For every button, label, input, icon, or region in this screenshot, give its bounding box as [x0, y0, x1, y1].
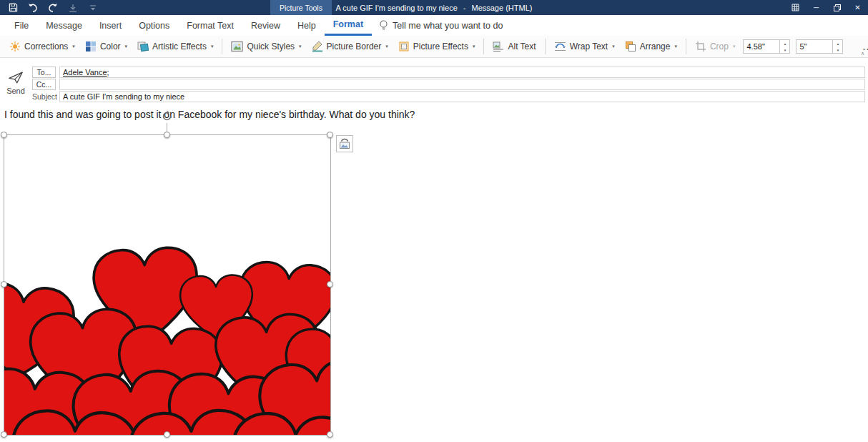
width-decrease-button[interactable]: ▾	[833, 46, 842, 53]
tell-me-label: Tell me what you want to do	[393, 21, 503, 31]
picture-effects-label: Picture Effects	[413, 41, 468, 51]
ribbon-group-separator	[545, 39, 546, 54]
window-title-doctype: Message (HTML)	[471, 4, 532, 12]
alt-text-button[interactable]: Alt Text	[488, 37, 541, 56]
tab-options[interactable]: Options	[130, 15, 178, 36]
picture-tools-context-tab[interactable]: Picture Tools	[270, 0, 332, 15]
cc-button[interactable]: Cc...	[32, 79, 56, 90]
to-field[interactable]: Adele Vance;	[59, 67, 865, 78]
width-increase-button[interactable]: ▴	[833, 40, 842, 46]
window-title: A cute GIF I'm sending to my niece - Mes…	[0, 0, 868, 15]
dropdown-caret-icon: ▾	[211, 44, 214, 49]
cc-field[interactable]	[59, 79, 865, 90]
tab-help[interactable]: Help	[289, 15, 325, 36]
restore-button[interactable]	[827, 0, 847, 15]
color-label: Color	[100, 41, 121, 51]
crop-button[interactable]: Crop ▾	[690, 37, 741, 56]
dropdown-caret-icon: ▾	[125, 44, 128, 49]
lightbulb-icon	[379, 20, 388, 31]
resize-handle-top-right[interactable]	[327, 132, 333, 138]
grid-icon[interactable]	[785, 0, 806, 15]
recipient-chip[interactable]: Adele Vance	[63, 68, 107, 77]
outlook-message-window: Picture Tools A cute GIF I'm sending to …	[0, 0, 868, 442]
crop-icon	[695, 41, 706, 52]
resize-handle-bottom-right[interactable]	[327, 431, 333, 438]
tab-format-text[interactable]: Format Text	[178, 15, 242, 36]
picture-border-button[interactable]: Picture Border ▾	[307, 37, 393, 56]
ribbon-group-separator	[222, 39, 222, 54]
minimize-button[interactable]: ─	[806, 0, 827, 15]
corrections-icon	[9, 41, 21, 52]
color-button[interactable]: Color ▾	[80, 37, 132, 56]
window-controls: ─ ✕	[785, 0, 868, 15]
wrap-text-label: Wrap Text	[570, 41, 608, 51]
subject-label: Subject	[32, 92, 56, 101]
picture-effects-icon	[398, 41, 410, 52]
dropdown-caret-icon: ▾	[473, 44, 475, 49]
tab-format[interactable]: Format	[325, 15, 372, 36]
quick-styles-button[interactable]: Quick Styles ▾	[226, 37, 306, 56]
to-button[interactable]: To...	[32, 67, 56, 78]
rotate-handle-icon[interactable]	[161, 110, 173, 122]
resize-handle-bottom-left[interactable]	[1, 431, 7, 438]
corrections-button[interactable]: Corrections ▾	[4, 37, 80, 56]
save-icon[interactable]	[7, 2, 19, 14]
arrange-label: Arrange	[640, 41, 671, 51]
resize-handle-bottom-middle[interactable]	[164, 431, 170, 438]
collapse-ribbon-icon[interactable]: ∧	[861, 51, 864, 57]
hearts-image[interactable]	[4, 134, 331, 436]
title-bar: Picture Tools A cute GIF I'm sending to …	[0, 0, 868, 15]
quick-styles-label: Quick Styles	[247, 41, 295, 51]
wrap-text-icon	[554, 41, 566, 52]
resize-handle-top-left[interactable]	[1, 132, 7, 138]
shape-height-spinner: 4.58" ▴ ▾	[743, 39, 790, 54]
resize-handle-top-middle[interactable]	[164, 132, 170, 138]
shape-height-spin-buttons: ▴ ▾	[780, 39, 790, 54]
customize-quick-access-icon[interactable]	[87, 2, 99, 14]
artistic-effects-button[interactable]: Artistic Effects ▾	[132, 37, 218, 56]
close-button[interactable]: ✕	[847, 0, 868, 15]
color-icon	[85, 41, 97, 52]
tab-review[interactable]: Review	[242, 15, 289, 36]
send-button[interactable]: Send	[4, 67, 28, 99]
message-body[interactable]: I found this and was going to post it on…	[0, 106, 868, 442]
body-paragraph[interactable]: I found this and was going to post it on…	[4, 109, 415, 120]
picture-effects-button[interactable]: Picture Effects ▾	[393, 37, 480, 56]
wrap-text-button[interactable]: Wrap Text ▾	[549, 37, 620, 56]
touch-mode-icon[interactable]	[67, 2, 79, 14]
tab-file[interactable]: File	[6, 15, 37, 36]
shape-width-input[interactable]: 5"	[796, 39, 833, 54]
dropdown-caret-icon: ▾	[385, 44, 388, 49]
height-decrease-button[interactable]: ▾	[780, 46, 789, 53]
artistic-effects-label: Artistic Effects	[152, 41, 207, 51]
quick-styles-icon	[231, 41, 243, 52]
shape-width-spin-buttons: ▴ ▾	[833, 39, 843, 54]
window-title-separator: -	[463, 4, 466, 12]
shape-height-input[interactable]: 4.58"	[743, 39, 780, 54]
corrections-label: Corrections	[24, 41, 68, 51]
tell-me-box[interactable]: Tell me what you want to do	[379, 15, 503, 36]
quick-access-toolbar	[7, 0, 99, 15]
resize-handle-middle-right[interactable]	[327, 281, 333, 288]
height-increase-button[interactable]: ▴	[780, 40, 789, 46]
hearts-graphic	[4, 135, 330, 435]
alt-text-icon	[493, 41, 504, 52]
layout-options-button[interactable]	[336, 135, 353, 152]
undo-icon[interactable]	[27, 2, 39, 14]
resize-handle-middle-left[interactable]	[1, 281, 7, 288]
compose-header: Send To... Adele Vance; Cc... Subject A …	[0, 58, 868, 107]
recipient-separator: ;	[107, 68, 109, 77]
picture-border-label: Picture Border	[327, 41, 382, 51]
arrange-icon	[625, 41, 636, 52]
tab-message[interactable]: Message	[37, 15, 91, 36]
dropdown-caret-icon: ▾	[72, 44, 75, 49]
arrange-button[interactable]: Arrange ▾	[620, 37, 682, 56]
ribbon-tab-strip: File Message Insert Options Format Text …	[0, 15, 868, 36]
ribbon-group-separator	[686, 39, 686, 54]
redo-icon[interactable]	[47, 2, 59, 14]
picture-border-icon	[312, 41, 323, 52]
tab-insert[interactable]: Insert	[91, 15, 130, 36]
layout-options-icon	[339, 138, 350, 149]
subject-field[interactable]: A cute GIF I'm sending to my niece	[59, 91, 865, 102]
dropdown-caret-icon: ▾	[733, 44, 736, 49]
